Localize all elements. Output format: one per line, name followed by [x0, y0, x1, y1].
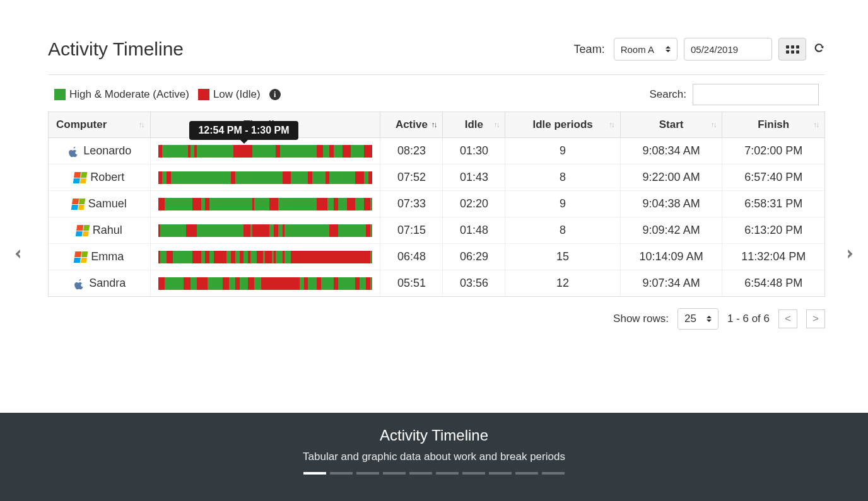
carousel-indicator[interactable] — [542, 472, 565, 475]
col-finish[interactable]: Finish↑↓ — [722, 112, 824, 138]
carousel-indicator[interactable] — [436, 472, 459, 475]
team-label: Team: — [574, 43, 605, 56]
carousel-next-button[interactable] — [842, 246, 858, 262]
cell-idle: 06:29 — [443, 244, 505, 270]
cell-computer: Rahul — [49, 217, 151, 244]
search-input[interactable] — [693, 84, 819, 105]
cell-timeline[interactable] — [151, 270, 381, 296]
team-select-value: Room A — [621, 44, 654, 55]
cell-active: 06:48 — [380, 244, 443, 270]
cell-idle: 01:30 — [443, 138, 505, 164]
info-icon[interactable]: i — [269, 89, 281, 100]
cell-idle-periods: 15 — [505, 244, 620, 270]
page-title: Activity Timeline — [48, 38, 184, 60]
table-row: Leonardo12:54 PM - 1:30 PM08:2301:3099:0… — [49, 138, 824, 164]
timeline-bar[interactable] — [158, 277, 373, 290]
chevron-updown-icon — [666, 46, 671, 52]
activity-table: Computer↑↓ Timeline Active↑↓ Idle↑↓ Idle… — [48, 112, 825, 297]
cell-timeline[interactable] — [151, 244, 381, 270]
cell-timeline[interactable] — [151, 164, 381, 191]
cell-active: 07:33 — [380, 191, 443, 217]
cell-active: 07:52 — [380, 164, 443, 191]
legend-active: High & Moderate (Active) — [54, 88, 189, 101]
carousel-indicator[interactable] — [515, 472, 538, 475]
grid-icon — [786, 45, 799, 54]
rows-select[interactable]: 25 — [677, 308, 718, 330]
cell-start: 9:07:34 AM — [621, 270, 723, 296]
cell-finish: 6:54:48 PM — [722, 270, 824, 296]
cell-idle: 01:43 — [443, 164, 505, 191]
windows-os-icon — [73, 172, 88, 183]
carousel-indicator[interactable] — [489, 472, 512, 475]
cell-timeline[interactable] — [151, 217, 381, 244]
cell-finish: 6:13:20 PM — [722, 217, 824, 244]
cell-computer: Emma — [49, 244, 151, 270]
col-idle[interactable]: Idle↑↓ — [443, 112, 505, 138]
col-idle-periods[interactable]: Idle periods↑↓ — [505, 112, 620, 138]
cell-start: 9:09:42 AM — [621, 217, 723, 244]
carousel-caption: Activity Timeline Tabular and graphic da… — [0, 413, 868, 501]
table-row: Samuel07:3302:2099:04:38 AM6:58:31 PM — [49, 191, 824, 217]
chevron-updown-icon — [707, 316, 712, 322]
windows-os-icon — [74, 251, 88, 263]
mac-os-icon — [73, 278, 85, 289]
timeline-bar[interactable] — [158, 224, 373, 237]
timeline-tooltip: 12:54 PM - 1:30 PM — [189, 121, 298, 140]
table-row: Sandra05:5103:56129:07:34 AM6:54:48 PM — [49, 270, 824, 296]
cell-start: 9:22:00 AM — [621, 164, 723, 191]
cell-computer: Samuel — [49, 191, 151, 217]
cell-computer: Sandra — [49, 270, 151, 296]
search-label: Search: — [649, 88, 686, 101]
pager-range: 1 - 6 of 6 — [727, 313, 770, 325]
cell-computer: Leonardo — [49, 138, 151, 164]
cell-idle-periods: 8 — [505, 164, 620, 191]
timeline-bar[interactable] — [158, 198, 373, 210]
caption-subtitle: Tabular and graphic data about work and … — [0, 451, 868, 463]
refresh-button[interactable] — [812, 42, 825, 57]
cell-finish: 6:58:31 PM — [722, 191, 824, 217]
cell-active: 08:23 — [380, 138, 443, 164]
cell-idle-periods: 12 — [505, 270, 620, 296]
cell-idle: 03:56 — [443, 270, 505, 296]
caption-title: Activity Timeline — [0, 427, 868, 444]
carousel-indicator[interactable] — [303, 472, 326, 475]
timeline-bar[interactable]: 12:54 PM - 1:30 PM — [158, 145, 373, 158]
timeline-bar[interactable] — [158, 251, 373, 263]
cell-timeline[interactable]: 12:54 PM - 1:30 PM — [151, 138, 381, 164]
carousel-indicator[interactable] — [462, 472, 485, 475]
date-input[interactable]: 05/24/2019 — [684, 38, 772, 60]
carousel-prev-button[interactable] — [10, 246, 26, 262]
cell-active: 07:15 — [380, 217, 443, 244]
carousel-indicator[interactable] — [409, 472, 432, 475]
cell-finish: 7:02:00 PM — [722, 138, 824, 164]
team-select[interactable]: Room A — [614, 38, 677, 60]
cell-timeline[interactable] — [151, 191, 381, 217]
carousel-indicator[interactable] — [330, 472, 353, 475]
cell-start: 10:14:09 AM — [621, 244, 723, 270]
table-row: Emma06:4806:291510:14:09 AM11:32:04 PM — [49, 244, 824, 270]
show-rows-label: Show rows: — [613, 313, 669, 325]
col-start[interactable]: Start↑↓ — [621, 112, 723, 138]
cell-finish: 6:57:40 PM — [722, 164, 824, 191]
carousel-indicator[interactable] — [356, 472, 379, 475]
cell-idle-periods: 9 — [505, 138, 620, 164]
timeline-bar[interactable] — [158, 171, 373, 184]
pager-prev-button[interactable]: < — [778, 309, 797, 328]
table-row: Rahul07:1501:4889:09:42 AM6:13:20 PM — [49, 217, 824, 244]
legend-idle: Low (Idle) — [198, 88, 261, 101]
date-input-value: 05/24/2019 — [691, 44, 738, 55]
table-row: Robert07:5201:4389:22:00 AM6:57:40 PM — [49, 164, 824, 191]
cell-active: 05:51 — [380, 270, 443, 296]
cell-start: 9:08:34 AM — [621, 138, 723, 164]
cell-finish: 11:32:04 PM — [722, 244, 824, 270]
cell-idle: 01:48 — [443, 217, 505, 244]
mac-os-icon — [67, 146, 79, 157]
cell-idle-periods: 8 — [505, 217, 620, 244]
col-computer[interactable]: Computer↑↓ — [49, 112, 151, 138]
col-active[interactable]: Active↑↓ — [380, 112, 443, 138]
cell-start: 9:04:38 AM — [621, 191, 723, 217]
grid-view-button[interactable] — [778, 38, 806, 60]
cell-idle: 02:20 — [443, 191, 505, 217]
pager-next-button[interactable]: > — [806, 309, 825, 328]
carousel-indicator[interactable] — [383, 472, 406, 475]
